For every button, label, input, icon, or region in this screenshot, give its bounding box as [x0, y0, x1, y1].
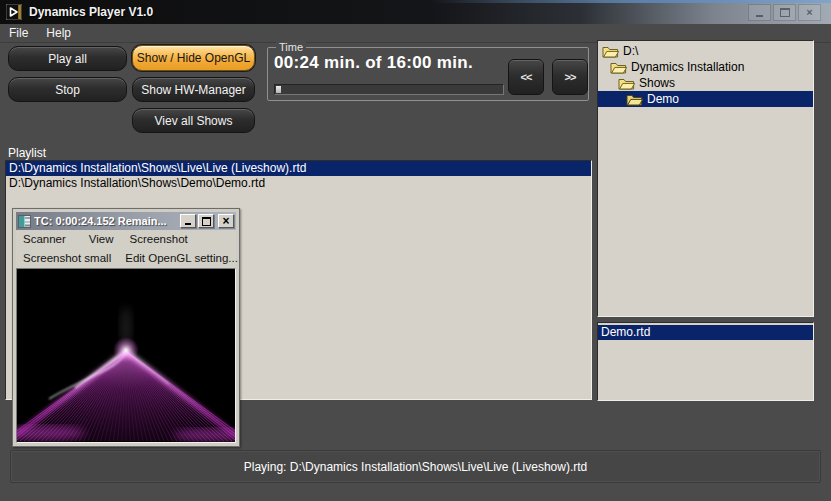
tree-item-label: Dynamics Installation: [631, 60, 744, 74]
status-text: Playing: D:\Dynamics Installation\Shows\…: [244, 460, 587, 474]
opengl-window-title: TC: 0:00:24.152 Remain...: [34, 215, 178, 227]
seek-back-button[interactable]: <<: [508, 59, 544, 95]
opengl-title-bar[interactable]: TC: 0:00:24.152 Remain... ×: [16, 212, 236, 230]
opengl-menu-screenshot[interactable]: Screenshot: [123, 230, 195, 249]
file-list-panel: Demo.rtd: [597, 322, 814, 401]
window-title: Dynamics Player V1.0: [29, 0, 153, 24]
opengl-menu-bar: Scanner View Screenshot Screenshot small…: [16, 230, 236, 268]
opengl-menu-view[interactable]: View: [82, 230, 121, 249]
tree-item-label: Shows: [639, 76, 675, 90]
close-icon[interactable]: ×: [798, 4, 821, 21]
open-folder-icon: [618, 77, 635, 90]
tree-item-installation[interactable]: Dynamics Installation: [598, 59, 813, 75]
stop-button[interactable]: Stop: [8, 77, 127, 102]
dynamics-player-window: Dynamics Player V1.0 × File Help Play al…: [0, 0, 831, 501]
maximize-icon[interactable]: [773, 4, 796, 21]
window-controls: ×: [748, 4, 821, 21]
open-folder-icon: [626, 93, 643, 106]
playlist-item[interactable]: D:\Dynamics Installation\Shows\Demo\Demo…: [6, 176, 591, 191]
file-item-selected[interactable]: Demo.rtd: [598, 325, 813, 340]
time-progress-bar[interactable]: [274, 84, 504, 95]
opengl-maximize-icon[interactable]: [198, 214, 214, 228]
playlist-label: Playlist: [8, 146, 46, 160]
folder-tree-panel: D:\ Dynamics Installation Shows Demo: [597, 40, 814, 317]
open-folder-icon: [610, 61, 627, 74]
tree-item-shows[interactable]: Shows: [598, 75, 813, 91]
app-play-icon: [6, 4, 22, 20]
time-display: 00:24 min. of 16:00 min.: [274, 53, 473, 73]
opengl-minimize-icon[interactable]: [180, 214, 196, 228]
time-progress-thumb[interactable]: [276, 86, 281, 93]
view-all-shows-button[interactable]: Viev all Shows: [132, 108, 255, 133]
laser-pyramid-graphic: [17, 269, 235, 442]
playlist-item-selected[interactable]: D:\Dynamics Installation\Shows\Live\Live…: [6, 161, 591, 176]
minimize-icon[interactable]: [748, 4, 771, 21]
show-hide-opengl-button[interactable]: Show / Hide OpenGL: [132, 45, 255, 71]
tree-item-label: D:\: [623, 44, 638, 58]
opengl-window: TC: 0:00:24.152 Remain... × Scanner View…: [12, 208, 240, 447]
seek-forward-button[interactable]: >>: [552, 59, 588, 95]
tree-item-label: Demo: [647, 92, 679, 106]
open-folder-icon: [602, 45, 619, 58]
time-group-label: Time: [276, 41, 306, 53]
menu-file[interactable]: File: [0, 24, 37, 42]
menu-help[interactable]: Help: [37, 24, 80, 42]
tree-item-drive[interactable]: D:\: [598, 43, 813, 59]
show-hw-manager-button[interactable]: Show HW-Manager: [132, 77, 255, 102]
titlebar-highlight: [430, 0, 831, 3]
opengl-window-icon: [18, 215, 31, 228]
opengl-menu-edit-settings[interactable]: Edit OpenGL setting...: [118, 249, 245, 268]
time-groupbox: Time 00:24 min. of 16:00 min. << >>: [267, 47, 589, 101]
opengl-menu-screenshot-small[interactable]: Screenshot small: [16, 249, 118, 268]
tree-item-demo-selected[interactable]: Demo: [598, 91, 813, 107]
opengl-close-icon[interactable]: ×: [218, 214, 234, 228]
status-bar: Playing: D:\Dynamics Installation\Shows\…: [10, 450, 821, 483]
play-all-button[interactable]: Play all: [8, 46, 127, 71]
opengl-menu-scanner[interactable]: Scanner: [16, 230, 73, 249]
opengl-viewport[interactable]: [16, 268, 236, 443]
